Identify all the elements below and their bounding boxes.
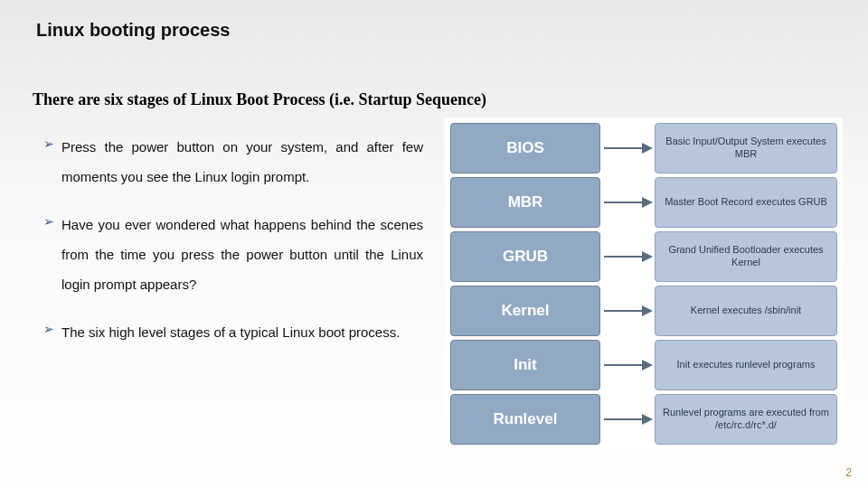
arrow-right-icon bbox=[600, 177, 655, 228]
bullet-list: ➢ Press the power button on your system,… bbox=[43, 132, 423, 365]
bullet-text: The six high level stages of a typical L… bbox=[61, 317, 400, 347]
stage-box: GRUB bbox=[450, 231, 600, 282]
arrow-right-icon bbox=[600, 340, 655, 390]
diagram-row: BIOS Basic Input/Output System executes … bbox=[450, 123, 837, 174]
stage-box: Init bbox=[450, 340, 600, 390]
bullet-icon: ➢ bbox=[43, 210, 54, 299]
stage-desc: Runlevel programs are executed from /etc… bbox=[655, 394, 837, 445]
bullet-icon: ➢ bbox=[43, 132, 54, 192]
bullet-text: Have you ever wondered what happens behi… bbox=[61, 210, 423, 299]
svg-marker-7 bbox=[642, 305, 653, 316]
diagram-row: Runlevel Runlevel programs are executed … bbox=[450, 394, 837, 445]
diagram-row: Init Init executes runlevel programs bbox=[450, 340, 837, 390]
stage-desc: Kernel executes /sbin/init bbox=[655, 286, 837, 336]
bullet-text: Press the power button on your system, a… bbox=[61, 132, 423, 192]
stage-box: Runlevel bbox=[450, 394, 600, 445]
list-item: ➢ Press the power button on your system,… bbox=[43, 132, 423, 192]
slide-subtitle: There are six stages of Linux Boot Proce… bbox=[33, 90, 486, 109]
arrow-right-icon bbox=[600, 394, 655, 445]
svg-marker-9 bbox=[642, 360, 653, 371]
svg-marker-3 bbox=[642, 197, 653, 208]
slide-title: Linux booting process bbox=[36, 20, 230, 41]
list-item: ➢ Have you ever wondered what happens be… bbox=[43, 210, 423, 299]
stage-desc: Grand Unified Bootloader executes Kernel bbox=[655, 231, 837, 282]
stage-desc: Init executes runlevel programs bbox=[655, 340, 837, 390]
arrow-right-icon bbox=[600, 123, 655, 174]
diagram-row: MBR Master Boot Record executes GRUB bbox=[450, 177, 837, 228]
diagram-row: GRUB Grand Unified Bootloader executes K… bbox=[450, 231, 837, 282]
stage-box: MBR bbox=[450, 177, 600, 228]
boot-stages-diagram: BIOS Basic Input/Output System executes … bbox=[445, 117, 843, 450]
svg-marker-5 bbox=[642, 251, 653, 262]
bullet-icon: ➢ bbox=[43, 317, 54, 347]
stage-box: BIOS bbox=[450, 123, 600, 174]
arrow-right-icon bbox=[600, 286, 655, 336]
svg-marker-1 bbox=[642, 143, 653, 154]
stage-box: Kernel bbox=[450, 286, 600, 336]
stage-desc: Basic Input/Output System executes MBR bbox=[655, 123, 837, 174]
list-item: ➢ The six high level stages of a typical… bbox=[43, 317, 423, 347]
arrow-right-icon bbox=[600, 231, 655, 282]
stage-desc: Master Boot Record executes GRUB bbox=[655, 177, 837, 228]
page-number: 2 bbox=[845, 466, 852, 479]
svg-marker-11 bbox=[642, 414, 653, 425]
diagram-row: Kernel Kernel executes /sbin/init bbox=[450, 286, 837, 336]
